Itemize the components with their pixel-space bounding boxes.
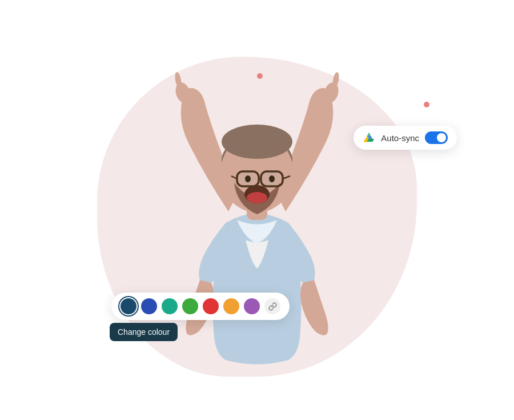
color-blue[interactable] bbox=[141, 298, 157, 314]
dot-indicator-top-right bbox=[424, 102, 429, 107]
color-green[interactable] bbox=[182, 298, 198, 314]
svg-point-14 bbox=[269, 175, 275, 182]
auto-sync-toggle[interactable] bbox=[425, 131, 448, 144]
scene: Auto-sync Change colour bbox=[0, 0, 514, 420]
color-red[interactable] bbox=[203, 298, 219, 314]
color-orange[interactable] bbox=[223, 298, 239, 314]
auto-sync-widget: Auto-sync bbox=[354, 126, 457, 150]
svg-point-13 bbox=[245, 175, 251, 182]
change-colour-tooltip: Change colour bbox=[110, 323, 178, 341]
color-link-button[interactable] bbox=[264, 298, 280, 314]
color-green-teal[interactable] bbox=[162, 298, 178, 314]
color-teal[interactable] bbox=[121, 298, 136, 314]
dot-indicator-top-center bbox=[257, 73, 263, 79]
auto-sync-label: Auto-sync bbox=[381, 133, 419, 143]
color-picker-panel bbox=[111, 293, 290, 320]
google-drive-icon bbox=[363, 131, 375, 144]
toggle-knob bbox=[437, 133, 446, 142]
change-colour-label: Change colour bbox=[118, 327, 170, 337]
svg-point-6 bbox=[222, 125, 292, 159]
svg-point-8 bbox=[247, 192, 267, 203]
color-purple[interactable] bbox=[244, 298, 260, 314]
